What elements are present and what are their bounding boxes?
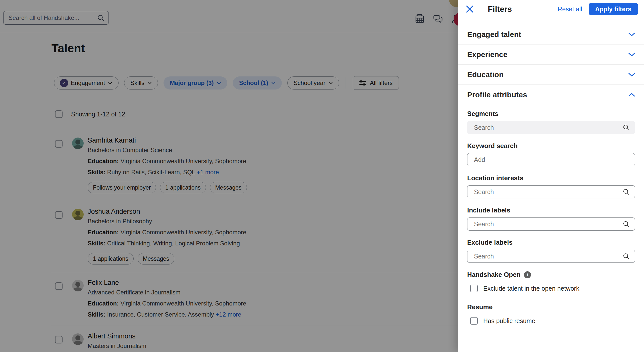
keyword-search-input[interactable] bbox=[467, 153, 635, 166]
filter-section-education[interactable]: Education bbox=[458, 65, 644, 85]
location-interests-input[interactable] bbox=[467, 186, 623, 198]
exclude-open-network-checkbox[interactable] bbox=[470, 285, 478, 292]
handshake-open-label: Handshake Open bbox=[467, 271, 520, 279]
location-interests-label: Location interests bbox=[467, 174, 635, 182]
filter-section-experience[interactable]: Experience bbox=[458, 45, 644, 65]
reset-all-button[interactable]: Reset all bbox=[558, 6, 582, 13]
exclude-labels-input[interactable] bbox=[467, 250, 623, 262]
close-button[interactable] bbox=[465, 5, 474, 14]
has-public-resume-checkbox[interactable] bbox=[470, 317, 478, 325]
search-icon bbox=[623, 253, 630, 260]
segments-label: Segments bbox=[467, 110, 635, 118]
filters-panel: Filters Reset all Apply filters Engaged … bbox=[458, 0, 644, 352]
include-labels-label: Include labels bbox=[467, 206, 635, 214]
exclude-open-network-label: Exclude talent in the open network bbox=[483, 285, 579, 292]
close-icon bbox=[465, 5, 474, 13]
modal-overlay[interactable] bbox=[0, 0, 458, 352]
chevron-down-icon bbox=[628, 73, 635, 77]
has-public-resume-label: Has public resume bbox=[483, 317, 535, 325]
chevron-up-icon bbox=[628, 93, 635, 97]
panel-title: Filters bbox=[488, 5, 558, 14]
filter-section-profile-attributes[interactable]: Profile attributes bbox=[458, 85, 644, 105]
profile-attributes-content: Segments Keyword search Location interes… bbox=[458, 105, 644, 325]
search-icon bbox=[623, 188, 630, 195]
apply-filters-button[interactable]: Apply filters bbox=[589, 3, 638, 15]
segments-search-input[interactable] bbox=[467, 121, 623, 134]
exclude-labels-label: Exclude labels bbox=[467, 239, 635, 246]
chevron-down-icon bbox=[628, 32, 635, 36]
filter-section-engaged-talent[interactable]: Engaged talent bbox=[458, 24, 644, 45]
info-icon[interactable]: i bbox=[524, 271, 531, 278]
include-labels-input[interactable] bbox=[467, 218, 623, 230]
search-icon bbox=[623, 124, 630, 131]
chevron-down-icon bbox=[628, 53, 635, 57]
keyword-search-label: Keyword search bbox=[467, 142, 635, 150]
search-icon bbox=[623, 221, 630, 228]
resume-label: Resume bbox=[467, 303, 635, 311]
